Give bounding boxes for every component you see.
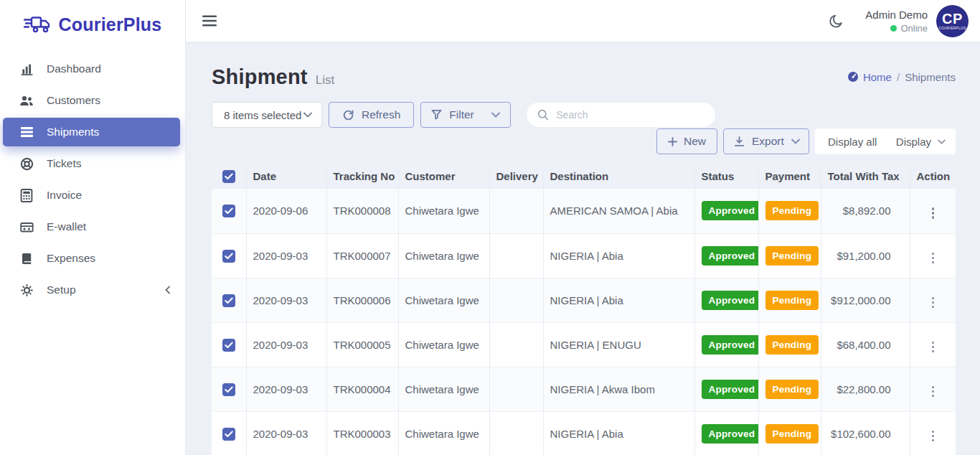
row-actions-menu[interactable] <box>928 339 939 356</box>
cell-delivery <box>489 367 543 411</box>
app-name: CourierPlus <box>59 14 162 35</box>
cell-destination: AMERICAN SAMOA | Abia <box>543 189 694 233</box>
select-all-checkbox[interactable] <box>222 170 235 183</box>
wallet-icon <box>19 220 34 234</box>
table-row: 2020-09-03 TRK000004 Chiwetara Igwe NIGE… <box>212 367 956 411</box>
hamburger-menu-icon[interactable] <box>202 15 217 27</box>
cell-tracking: TRK000007 <box>326 233 398 278</box>
cell-delivery <box>489 278 543 322</box>
shipments-table: Date Tracking No Customer Delivery Desti… <box>212 164 956 455</box>
chevron-left-icon[interactable] <box>164 286 172 294</box>
cell-destination: NIGERIA | Abia <box>543 233 694 278</box>
payment-badge: Pending <box>765 380 819 399</box>
status-badge: Approved <box>702 424 759 444</box>
sidebar-item-label: Dashboard <box>47 62 101 75</box>
sidebar-item-label: Customers <box>47 94 100 107</box>
new-button[interactable]: New <box>656 128 717 154</box>
sidebar-nav: Dashboard Customers Shipments Tickets In… <box>0 53 185 306</box>
cell-customer: Chiwetara Igwe <box>398 278 489 322</box>
app-logo[interactable]: CourierPlus <box>0 4 185 44</box>
payment-badge: Pending <box>765 246 819 266</box>
payment-badge: Pending <box>765 201 819 220</box>
dark-mode-toggle-icon[interactable] <box>829 14 844 29</box>
cell-total: $68,400.00 <box>821 322 910 367</box>
refresh-label: Refresh <box>362 108 400 121</box>
cell-delivery <box>489 411 543 455</box>
table-row: 2020-09-03 TRK000003 Chiwetara Igwe NIGE… <box>212 411 956 455</box>
payment-badge: Pending <box>765 424 819 444</box>
row-checkbox[interactable] <box>222 428 235 441</box>
sidebar-item-ewallet[interactable]: E-wallet <box>0 211 185 243</box>
refresh-icon <box>342 109 354 121</box>
display-all-button[interactable]: Display all <box>828 136 877 148</box>
truck-logo-icon <box>24 14 52 34</box>
table-row: 2020-09-03 TRK000005 Chiwetara Igwe NIGE… <box>212 322 956 367</box>
cell-total: $22,800.00 <box>821 367 910 411</box>
sidebar-item-dashboard[interactable]: Dashboard <box>0 53 185 85</box>
column-header-action: Action <box>910 164 956 189</box>
calculator-icon <box>19 188 34 202</box>
filter-label: Filter <box>449 108 473 121</box>
cell-date: 2020-09-03 <box>246 411 326 455</box>
cell-customer: Chiwetara Igwe <box>398 322 489 367</box>
cell-tracking: TRK000003 <box>326 411 398 455</box>
sidebar-item-label: Expenses <box>47 252 95 265</box>
cell-delivery <box>489 322 543 367</box>
table-row: 2020-09-03 TRK000007 Chiwetara Igwe NIGE… <box>212 233 956 278</box>
search-input[interactable] <box>556 109 705 121</box>
column-header-tracking: Tracking No <box>326 164 398 189</box>
cell-date: 2020-09-06 <box>246 189 326 233</box>
export-button[interactable]: Export <box>723 128 809 154</box>
payment-badge: Pending <box>765 291 819 310</box>
bar-chart-icon <box>19 62 34 76</box>
breadcrumb-home-link[interactable]: Home <box>847 71 892 83</box>
sidebar-item-tickets[interactable]: Tickets <box>0 148 185 179</box>
cell-date: 2020-09-03 <box>246 278 326 322</box>
sidebar-item-customers[interactable]: Customers <box>0 85 185 116</box>
filter-button[interactable]: Filter <box>420 102 511 128</box>
sidebar-item-setup[interactable]: Setup <box>0 274 185 306</box>
row-checkbox[interactable] <box>222 383 235 396</box>
refresh-button[interactable]: Refresh <box>329 102 414 128</box>
row-actions-menu[interactable] <box>928 383 939 400</box>
row-actions-menu[interactable] <box>928 250 939 267</box>
cell-customer: Chiwetara Igwe <box>398 367 489 411</box>
avatar[interactable]: CP COURIERPLUS <box>936 5 969 37</box>
cell-date: 2020-09-03 <box>246 322 326 367</box>
row-checkbox[interactable] <box>222 294 235 307</box>
user-status-label: Online <box>900 23 928 34</box>
column-header-status: Status <box>694 164 758 189</box>
sidebar-item-invoice[interactable]: Invoice <box>0 179 185 211</box>
sidebar-item-expenses[interactable]: Expenses <box>0 243 185 274</box>
page-subtitle: List <box>316 73 334 88</box>
sidebar-item-label: E-wallet <box>47 220 86 233</box>
sidebar-item-shipments[interactable]: Shipments <box>3 118 180 146</box>
status-badge: Approved <box>702 335 759 355</box>
row-checkbox[interactable] <box>222 339 235 352</box>
cell-delivery <box>489 189 543 233</box>
avatar-initials: CP <box>942 11 963 26</box>
row-actions-menu[interactable] <box>928 205 939 222</box>
cell-destination: NIGERIA | ENUGU <box>543 322 694 367</box>
tachometer-icon <box>847 71 859 83</box>
table-row: 2020-09-06 TRK000008 Chiwetara Igwe AMER… <box>212 189 956 233</box>
bulk-select-dropdown[interactable]: 8 items selected <box>212 102 322 128</box>
user-menu[interactable]: Admin Demo Online <box>865 9 928 34</box>
row-actions-menu[interactable] <box>928 428 939 445</box>
column-header-total: Total With Tax <box>821 164 910 189</box>
avatar-subtext: COURIERPLUS <box>938 27 966 30</box>
row-checkbox[interactable] <box>222 205 235 217</box>
cell-destination: NIGERIA | Abia <box>543 278 694 322</box>
download-icon <box>734 136 745 147</box>
cell-total: $912,000.00 <box>821 278 910 322</box>
user-name: Admin Demo <box>865 9 928 21</box>
row-checkbox[interactable] <box>222 250 235 263</box>
row-actions-menu[interactable] <box>928 294 939 311</box>
table-header-row: Date Tracking No Customer Delivery Desti… <box>212 164 956 189</box>
display-dropdown[interactable]: Display <box>896 136 946 148</box>
export-label: Export <box>752 135 784 148</box>
cell-tracking: TRK000005 <box>326 322 398 367</box>
cell-tracking: TRK000004 <box>326 367 398 411</box>
cell-total: $8,892.00 <box>821 189 910 233</box>
chevron-down-icon <box>303 112 312 118</box>
